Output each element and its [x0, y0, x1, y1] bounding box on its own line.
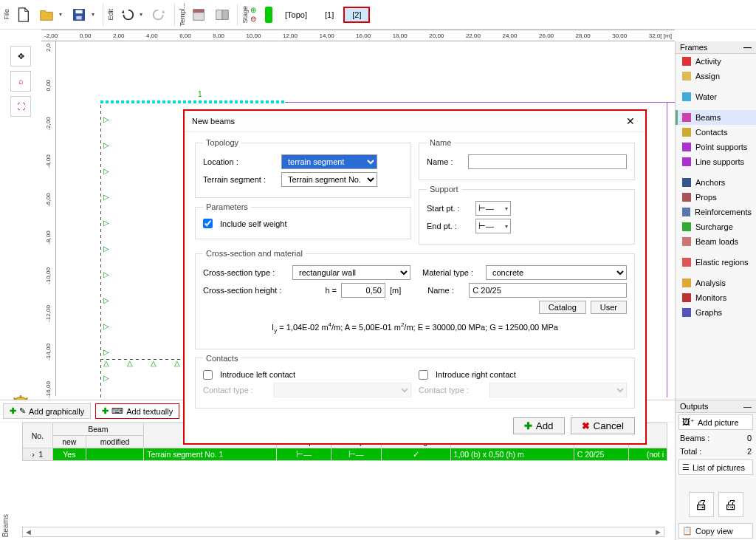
print-button-2[interactable]: 🖨 [718, 492, 743, 517]
list-of-pictures-button[interactable]: ☰List of pictures [678, 459, 753, 475]
support-group: Support Start pt. : ⊢—▾ End pt. : ⊢—▾ [419, 185, 635, 245]
frame-monitors[interactable]: Monitors [676, 290, 756, 305]
frames-title: Frames [680, 43, 707, 52]
h-unit: [m] [390, 286, 401, 295]
template-button-1[interactable] [188, 4, 210, 26]
mat-name-label: Name : [427, 286, 464, 295]
stage-add-icon[interactable]: ⊕ [250, 6, 256, 14]
left-type-label: Contact type : [203, 386, 269, 394]
add-textually-button[interactable]: ✚⌨Add textually [95, 403, 179, 419]
redo-button[interactable] [148, 4, 171, 26]
template-button-2[interactable] [211, 4, 233, 26]
close-icon[interactable]: ✕ [623, 115, 638, 127]
tab-1[interactable]: [1] [317, 7, 342, 22]
frame-analysis[interactable]: Analysis [676, 276, 756, 290]
user-button[interactable]: User [591, 301, 627, 314]
terrain-right [667, 102, 667, 397]
main-toolbar: File ▾ ▾ Edit ▾ Templ... Stage ⊕ ⊖ [Topo… [0, 0, 756, 30]
ruler-vertical: 2,00,00-2,00-4,00-6,00-8,00-10,00-12,00-… [41, 41, 56, 396]
file-label: File [3, 7, 10, 21]
horizontal-scrollbar[interactable]: ◄► [22, 527, 664, 537]
open-file-button[interactable] [35, 4, 58, 26]
add-button[interactable]: ✚Add [513, 417, 565, 434]
frame-reinforcements[interactable]: Reinforcements [676, 205, 756, 219]
location-label: Location : [203, 157, 277, 166]
frame-props[interactable]: Props [676, 190, 756, 205]
beam-line [100, 100, 285, 103]
self-weight-checkbox[interactable] [203, 219, 213, 228]
tab-2[interactable]: [2] [343, 7, 370, 23]
stage-indicator [265, 7, 272, 23]
h-symbol: h = [315, 286, 337, 295]
left-contact-checkbox[interactable] [203, 370, 213, 380]
segment-select[interactable]: Terrain segment No. 1 [281, 172, 377, 187]
topology-group: Topology Location : terrain segment Terr… [195, 138, 411, 198]
catalog-button[interactable]: Catalog [539, 301, 586, 314]
open-dropdown[interactable]: ▾ [59, 11, 66, 18]
copy-view-button[interactable]: 📋Copy view [678, 523, 753, 539]
outputs-total-label: Total : [680, 447, 701, 456]
save-dropdown[interactable]: ▾ [92, 11, 99, 18]
print-button-1[interactable]: 🖨 [689, 492, 714, 517]
self-weight-label: Include self weight [220, 219, 287, 228]
frame-water[interactable]: Water [676, 89, 756, 104]
tab-topo[interactable]: [Topo] [277, 7, 315, 22]
stage-remove-icon[interactable]: ⊖ [250, 15, 256, 23]
segment-label: Terrain segment : [203, 175, 277, 184]
frame-beam-loads[interactable]: Beam loads [676, 234, 756, 249]
svg-rect-1 [75, 10, 82, 13]
frames-minimize[interactable]: — [743, 43, 752, 52]
svg-rect-5 [216, 10, 222, 19]
undo-dropdown[interactable]: ▾ [140, 11, 147, 18]
frame-point-supports[interactable]: Point supports [676, 140, 756, 154]
left-tools: ✥ ⌕ ⛶ [0, 41, 41, 415]
save-button[interactable] [68, 4, 90, 26]
zoom-tool[interactable]: ⌕ [10, 71, 31, 92]
left-contact-label: Introduce left contact [220, 370, 295, 379]
cross-type-select[interactable]: rectangular wall [292, 265, 410, 280]
frame-elastic-regions[interactable]: Elastic regions [676, 255, 756, 270]
h-input[interactable] [341, 283, 385, 298]
material-type-label: Material type : [422, 268, 481, 277]
table-row[interactable]: › 1 Yes Terrain segment No. 1 ⊢— ⊢— ✓ 1,… [23, 448, 667, 461]
wall-line [100, 102, 101, 397]
outputs-beams-value: 0 [747, 434, 752, 442]
move-tool[interactable]: ✥ [10, 46, 31, 66]
start-pt-label: Start pt. : [427, 204, 471, 213]
svg-rect-2 [76, 16, 81, 19]
right-contact-checkbox[interactable] [419, 370, 428, 380]
end-pt-select[interactable]: ⊢—▾ [475, 219, 511, 233]
outputs-panel: Outputs— 🖼⁺Add picture Beams :0 Total :2… [675, 400, 756, 540]
material-type-select[interactable]: concrete [486, 265, 627, 280]
frame-surcharge[interactable]: Surcharge [676, 219, 756, 234]
new-file-button[interactable] [12, 4, 34, 26]
template-label: Templ... [179, 1, 186, 28]
parameters-group: Parameters Include self weight [195, 202, 411, 239]
supports-horizontal: △△△△ [103, 359, 180, 367]
right-type-select [489, 383, 627, 397]
frame-beams[interactable]: Beams [676, 110, 756, 125]
outputs-minimize[interactable]: — [743, 402, 752, 411]
add-graphically-button[interactable]: ✚✎Add graphically [3, 403, 91, 419]
undo-button[interactable] [116, 4, 138, 26]
fit-tool[interactable]: ⛶ [10, 96, 31, 117]
frame-anchors[interactable]: Anchors [676, 175, 756, 190]
left-type-select [274, 383, 411, 397]
frame-contacts[interactable]: Contacts [676, 125, 756, 140]
frame-assign[interactable]: Assign [676, 69, 756, 83]
location-select[interactable]: terrain segment [281, 154, 377, 169]
name-group: Name Name : [419, 138, 635, 180]
frame-graphs[interactable]: Graphs [676, 305, 756, 320]
start-pt-select[interactable]: ⊢—▾ [475, 201, 511, 216]
add-picture-button[interactable]: 🖼⁺Add picture [678, 414, 753, 430]
frame-line-supports[interactable]: Line supports [676, 154, 756, 169]
section-info: Iy = 1,04E-02 m4/m; A = 5,00E-01 m2/m; E… [203, 317, 627, 341]
name-input[interactable] [468, 154, 627, 169]
mat-name-input [469, 283, 627, 298]
dialog-title: New beams [192, 117, 235, 126]
cancel-button[interactable]: ✖Cancel [571, 417, 636, 434]
contacts-group: Contacts Introduce left contact Contact … [195, 354, 635, 409]
beams-side-label: Beams [1, 514, 10, 537]
frame-activity[interactable]: Activity [676, 54, 756, 69]
edit-label: Edit [107, 7, 114, 22]
